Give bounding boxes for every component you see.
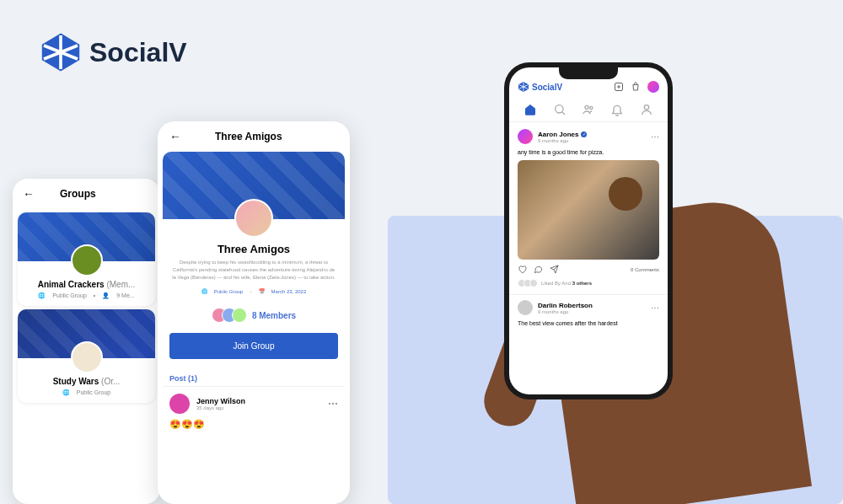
person-icon: 👤 (102, 292, 110, 299)
more-icon[interactable]: ⋯ (328, 398, 338, 410)
post-time: 9 months ago (538, 138, 587, 143)
member-avatars (212, 308, 247, 323)
plus-square-icon[interactable] (614, 82, 624, 92)
likes-row[interactable]: Liked By And 3 others (518, 279, 659, 287)
screen-title: Three Amigos (215, 131, 282, 142)
group-card[interactable]: Animal Crackers (Mem... 🌐 Public Group •… (18, 212, 155, 306)
feed-post: Darlin Robertson 9 months ago ⋯ The best… (509, 294, 668, 336)
group-avatar (71, 244, 103, 276)
group-name: Three Amigos (158, 243, 350, 255)
screen-title: Groups (60, 188, 96, 200)
users-icon[interactable] (582, 103, 595, 116)
globe-icon: 🌐 (62, 389, 70, 396)
post-time: 35 days ago (196, 405, 245, 410)
bag-icon[interactable] (631, 82, 641, 92)
globe-icon: 🌐 (38, 292, 46, 299)
calendar-icon: 📅 (259, 288, 265, 294)
bell-icon[interactable] (610, 103, 624, 116)
members-row[interactable]: 8 Members (158, 308, 350, 323)
reactions[interactable]: 😍😍😍 (169, 414, 338, 435)
avatar[interactable] (169, 394, 190, 414)
group-detail-screen: ← Three Amigos Three Amigos Despite tryi… (158, 121, 350, 504)
post-image[interactable] (518, 160, 659, 260)
svg-point-4 (585, 105, 588, 109)
post-section-label: Post (1) (158, 366, 350, 386)
groups-screen: ← Groups Animal Crackers (Mem... 🌐 Publi… (13, 179, 160, 504)
more-icon[interactable]: ⋯ (651, 303, 659, 313)
back-icon[interactable]: ← (23, 187, 35, 201)
feed-screen: SocialV A (504, 62, 673, 399)
post-time: 9 months ago (538, 309, 593, 314)
post-text: The best view comes after the hardest (518, 315, 659, 331)
comments-count[interactable]: 0 Comments (631, 267, 659, 272)
brand-name: SocialV (89, 37, 187, 68)
post-author[interactable]: Jenny Wilson (196, 397, 245, 405)
logo-icon (40, 32, 81, 72)
post-author[interactable]: Darlin Robertson (538, 302, 593, 309)
person-icon[interactable] (640, 103, 653, 116)
more-icon[interactable]: ⋯ (651, 132, 659, 142)
avatar[interactable] (647, 81, 659, 93)
feed-post: Aaron Jones ✓ 9 months ago ⋯ any time is… (509, 122, 668, 294)
verified-icon: ✓ (581, 131, 587, 137)
group-card[interactable]: Study Wars (Or... 🌐 Public Group (18, 309, 155, 403)
svg-point-3 (555, 105, 562, 113)
svg-point-6 (644, 105, 648, 110)
back-icon[interactable]: ← (169, 130, 181, 143)
avatar[interactable] (518, 129, 533, 144)
post-text: any time is a good time for pizza. (518, 144, 659, 160)
group-description: Despite trying to keep his swashbuckling… (158, 255, 350, 285)
tab-bar (509, 98, 668, 122)
group-avatar (234, 199, 273, 238)
send-icon[interactable] (550, 265, 559, 274)
app-logo[interactable]: SocialV (518, 81, 562, 93)
comment-icon[interactable] (534, 265, 543, 274)
post-author[interactable]: Aaron Jones (538, 131, 578, 138)
brand-logo: SocialV (40, 32, 187, 72)
avatar[interactable] (518, 300, 533, 315)
heart-icon[interactable] (518, 265, 527, 274)
home-icon[interactable] (524, 103, 537, 116)
group-avatar (71, 341, 103, 373)
post-card: Jenny Wilson 35 days ago ⋯ 😍😍😍 (163, 386, 345, 442)
search-icon[interactable] (553, 103, 566, 116)
join-group-button[interactable]: Join Group (169, 333, 338, 359)
svg-point-5 (590, 106, 593, 109)
globe-icon: 🌐 (201, 288, 207, 294)
